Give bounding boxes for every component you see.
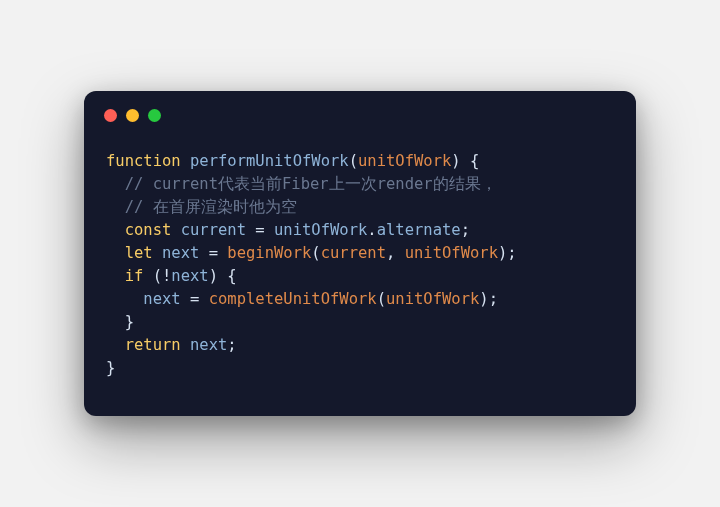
minimize-icon[interactable] (126, 109, 139, 122)
equals: = (199, 244, 227, 262)
arg-unitofwork: unitOfWork (405, 244, 498, 262)
indent (106, 336, 125, 354)
indent (106, 290, 143, 308)
maximize-icon[interactable] (148, 109, 161, 122)
keyword-return: return (125, 336, 181, 354)
param-unitofwork: unitOfWork (358, 152, 451, 170)
paren-open: ( (377, 290, 386, 308)
operator-not: ! (162, 267, 171, 285)
brace-close: } (106, 313, 134, 331)
equals: = (181, 290, 209, 308)
window-titlebar (84, 91, 636, 122)
close-icon[interactable] (104, 109, 117, 122)
brace-close: } (106, 359, 115, 377)
comment-line-1: // current代表当前Fiber上一次render的结果， (106, 175, 497, 193)
space (171, 221, 180, 239)
space (181, 152, 190, 170)
paren-open: ( (143, 267, 162, 285)
paren-close-brace: ) { (209, 267, 237, 285)
comma: , (386, 244, 405, 262)
paren-close-semi: ); (498, 244, 517, 262)
call-completeunitofwork: completeUnitOfWork (209, 290, 377, 308)
keyword-let: let (125, 244, 153, 262)
dot: . (367, 221, 376, 239)
comment-line-2: // 在首屏渲染时他为空 (106, 198, 297, 216)
equals: = (246, 221, 274, 239)
paren-open: ( (349, 152, 358, 170)
paren-close-brace: ) { (451, 152, 479, 170)
identifier-next: next (190, 336, 227, 354)
identifier-next: next (162, 244, 199, 262)
function-name: performUnitOfWork (190, 152, 349, 170)
indent (106, 267, 125, 285)
semicolon: ; (461, 221, 470, 239)
space (153, 244, 162, 262)
keyword-const: const (125, 221, 172, 239)
keyword-if: if (125, 267, 144, 285)
arg-current: current (321, 244, 386, 262)
identifier-unitofwork: unitOfWork (274, 221, 367, 239)
code-window: function performUnitOfWork(unitOfWork) {… (84, 91, 636, 415)
paren-open: ( (311, 244, 320, 262)
paren-close-semi: ); (479, 290, 498, 308)
space (181, 336, 190, 354)
call-beginwork: beginWork (227, 244, 311, 262)
identifier-alternate: alternate (377, 221, 461, 239)
code-block: function performUnitOfWork(unitOfWork) {… (84, 122, 636, 415)
keyword-function: function (106, 152, 181, 170)
identifier-current: current (181, 221, 246, 239)
arg-unitofwork: unitOfWork (386, 290, 479, 308)
identifier-next: next (171, 267, 208, 285)
indent (106, 221, 125, 239)
identifier-next: next (143, 290, 180, 308)
indent (106, 244, 125, 262)
semicolon: ; (227, 336, 236, 354)
